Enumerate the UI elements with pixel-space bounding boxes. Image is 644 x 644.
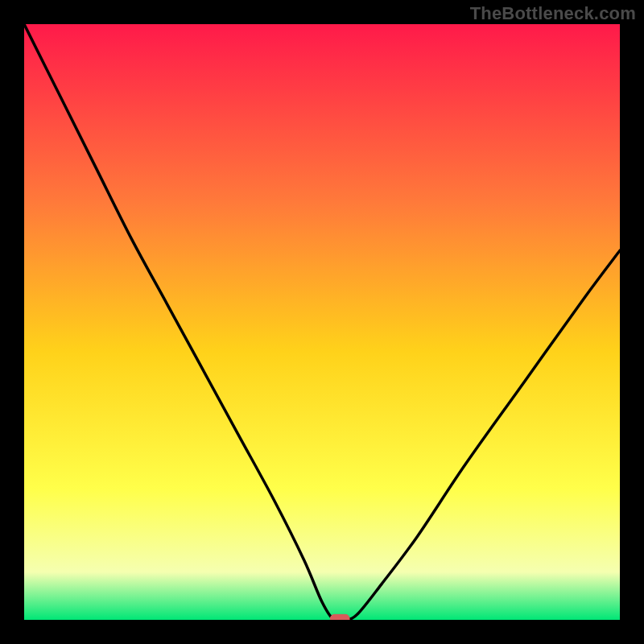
watermark-text: TheBottleneck.com — [470, 3, 636, 24]
gradient-background — [24, 24, 620, 620]
optimal-marker — [330, 614, 349, 620]
plot-area — [24, 24, 620, 620]
chart-svg — [24, 24, 620, 620]
chart-frame: TheBottleneck.com — [0, 0, 644, 644]
